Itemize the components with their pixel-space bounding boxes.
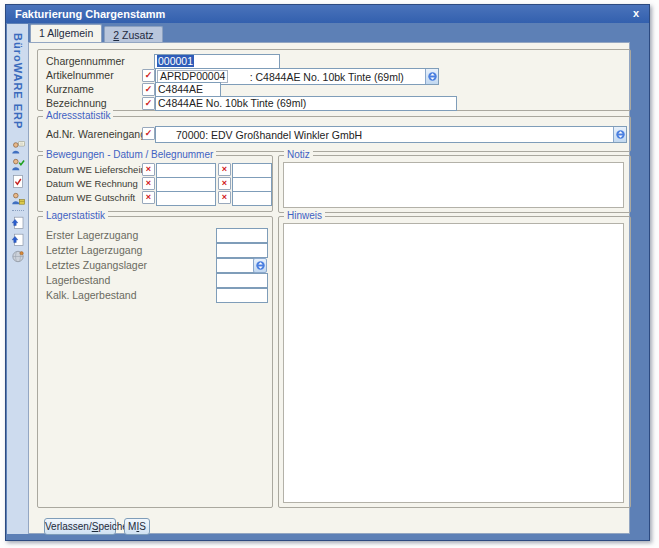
lager-row-label: Letztes Zugangslager bbox=[46, 259, 147, 271]
lagerbestand-input[interactable] bbox=[216, 273, 268, 288]
titlebar: Fakturierung Chargenstamm x bbox=[6, 5, 649, 23]
artikelnummer-dropdown-button[interactable] bbox=[425, 69, 438, 84]
document-check-icon[interactable] bbox=[11, 175, 25, 188]
updown-icon bbox=[428, 71, 437, 82]
document-export-icon[interactable] bbox=[11, 216, 25, 229]
document-export-alt-icon[interactable] bbox=[11, 233, 25, 246]
letzter-lagerzugang-input[interactable] bbox=[216, 243, 268, 258]
lager-row-label: Lagerbestand bbox=[46, 274, 110, 286]
chargennummer-label: Chargennummer bbox=[46, 55, 125, 67]
kurzname-label: Kurzname bbox=[46, 83, 94, 95]
toolbar-divider bbox=[12, 210, 24, 211]
artikelnummer-description: : C4844AE No. 10bk Tinte (69ml) bbox=[228, 71, 425, 83]
adressstatistik-title: Adressstatistik bbox=[43, 110, 113, 121]
wareneingang-label: Ad.Nr. Wareneingang bbox=[46, 128, 146, 140]
bewegung-row-label: Datum WE Rechnung bbox=[46, 178, 138, 189]
mis-button[interactable]: MIS bbox=[124, 518, 150, 535]
wareneingang-dropdown-button[interactable] bbox=[613, 127, 626, 142]
tab-allgemein[interactable]: 1 Allgemein bbox=[30, 24, 102, 42]
bewegungen-title: Bewegungen - Datum / Belegnummer bbox=[43, 149, 216, 160]
datum-lieferschein-input[interactable] bbox=[156, 163, 216, 178]
updown-icon bbox=[616, 129, 625, 140]
lager-row-label: Letzter Lagerzugang bbox=[46, 244, 142, 256]
notiz-textarea[interactable] bbox=[283, 162, 624, 208]
sidebar-toolbar bbox=[11, 141, 25, 263]
screen: Fakturierung Chargenstamm x 1 Allgemein … bbox=[0, 0, 659, 548]
erster-lagerzugang-input[interactable] bbox=[216, 228, 268, 243]
bezeichnung-label: Bezeichnung bbox=[46, 97, 107, 109]
datum-rechnung-input[interactable] bbox=[156, 177, 216, 192]
wareneingang-value: 70000: EDV Großhandel Winkler GmbH bbox=[156, 129, 613, 141]
user-package-icon[interactable] bbox=[11, 192, 25, 205]
user-check-icon[interactable] bbox=[11, 158, 25, 171]
globe-icon[interactable] bbox=[11, 250, 25, 263]
zugangslager-dropdown-button[interactable] bbox=[253, 258, 267, 273]
beleg-lieferschein-input[interactable] bbox=[232, 163, 272, 178]
lager-row-label: Kalk. Lagerbestand bbox=[46, 289, 136, 301]
clear-beleg-lieferschein-icon[interactable]: × bbox=[218, 163, 231, 176]
bewegung-row-label: Datum WE Lieferschein bbox=[46, 164, 146, 175]
bewegung-row-label: Datum WE Gutschrift bbox=[46, 192, 135, 203]
clear-beleg-gutschrift-icon[interactable]: × bbox=[218, 191, 231, 204]
identification-group: Chargennummer Artikelnummer Kurzname Bez… bbox=[37, 49, 631, 111]
beleg-gutschrift-input[interactable] bbox=[232, 191, 272, 206]
hinweis-title: Hinweis bbox=[284, 210, 325, 221]
window-title: Fakturierung Chargenstamm bbox=[6, 8, 165, 20]
zugangslager-input[interactable] bbox=[216, 258, 255, 273]
hinweis-textarea[interactable] bbox=[283, 223, 624, 503]
close-icon[interactable]: x bbox=[633, 7, 639, 19]
clear-datum-gutschrift-icon[interactable]: × bbox=[142, 191, 155, 204]
clear-beleg-rechnung-icon[interactable]: × bbox=[218, 177, 231, 190]
verlassen-speichern-button[interactable]: Verlassen/Speichern bbox=[44, 518, 116, 535]
notiz-title: Notiz bbox=[284, 149, 313, 160]
chargennummer-input[interactable]: 000001 bbox=[154, 54, 280, 69]
wareneingang-combo[interactable]: 70000: EDV Großhandel Winkler GmbH bbox=[155, 126, 627, 143]
window: Fakturierung Chargenstamm x 1 Allgemein … bbox=[5, 4, 650, 541]
form-area: Chargennummer Artikelnummer Kurzname Bez… bbox=[28, 42, 630, 534]
hinweis-group: Hinweis bbox=[278, 216, 631, 508]
tab-bar: 1 Allgemein 2 Zusatz bbox=[30, 25, 163, 42]
datum-gutschrift-input[interactable] bbox=[156, 191, 216, 206]
lager-row-label: Erster Lagerzugang bbox=[46, 229, 138, 241]
artikelnummer-check-icon[interactable]: ✓ bbox=[142, 69, 155, 82]
lagerstatistik-group: Lagerstatistik Erster Lagerzugang Letzte… bbox=[37, 216, 273, 508]
adressstatistik-group: Adressstatistik Ad.Nr. Wareneingang ✓ 70… bbox=[37, 116, 631, 152]
user-note-icon[interactable] bbox=[11, 141, 25, 154]
kurzname-check-icon[interactable]: ✓ bbox=[142, 83, 155, 96]
kalk-lagerbestand-input[interactable] bbox=[216, 288, 268, 303]
updown-icon bbox=[256, 260, 265, 271]
brand-logo: BüroWARE ERP bbox=[12, 24, 24, 133]
notiz-group: Notiz bbox=[278, 155, 631, 213]
lagerstatistik-title: Lagerstatistik bbox=[43, 210, 108, 221]
artikelnummer-label: Artikelnummer bbox=[46, 69, 114, 81]
bezeichnung-check-icon[interactable]: ✓ bbox=[142, 97, 155, 110]
bezeichnung-input[interactable]: C4844AE No. 10bk Tinte (69ml) bbox=[155, 96, 457, 111]
tab-zusatz[interactable]: 2 Zusatz bbox=[104, 26, 162, 42]
sidebar: BüroWARE ERP bbox=[7, 24, 28, 534]
kurzname-input[interactable]: C4844AE bbox=[155, 82, 221, 97]
bewegungen-group: Bewegungen - Datum / Belegnummer Datum W… bbox=[37, 155, 273, 212]
clear-datum-lieferschein-icon[interactable]: × bbox=[142, 163, 155, 176]
beleg-rechnung-input[interactable] bbox=[232, 177, 272, 192]
clear-datum-rechnung-icon[interactable]: × bbox=[142, 177, 155, 190]
wareneingang-check-icon[interactable]: ✓ bbox=[142, 127, 155, 140]
